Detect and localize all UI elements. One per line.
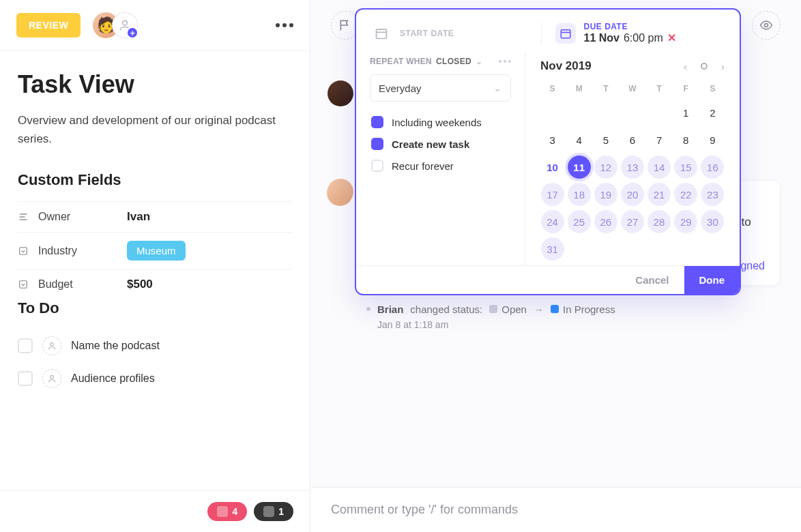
calendar-day[interactable]: 25 (568, 210, 591, 233)
industry-tag: Museum (127, 241, 186, 261)
svg-point-0 (123, 20, 128, 25)
checkbox-icon (371, 116, 383, 128)
cf-label: Owner (38, 211, 127, 223)
invision-icon (217, 506, 228, 517)
todo-text: Name the podcast (71, 340, 160, 352)
calendar-day[interactable]: 17 (541, 183, 564, 206)
status-chip-icon (551, 305, 559, 313)
cancel-button[interactable]: Cancel (620, 266, 684, 294)
svg-point-7 (50, 376, 54, 379)
calendar-day[interactable]: 28 (647, 210, 671, 233)
attachment-pill-figma[interactable]: 1 (254, 502, 293, 521)
due-date-label: DUE DATE (584, 22, 676, 31)
dropdown-icon (18, 246, 29, 256)
status-chip-icon (489, 305, 497, 313)
recur-more-button[interactable] (499, 60, 511, 63)
calendar-day[interactable]: 22 (674, 183, 697, 206)
calendar-day[interactable]: 31 (541, 237, 564, 261)
comment-input[interactable]: Comment or type '/' for commands (310, 487, 801, 532)
status-to: In Progress (563, 304, 615, 315)
calendar-day[interactable]: 29 (674, 210, 697, 233)
svg-rect-5 (20, 281, 27, 289)
calendar-day[interactable]: 14 (647, 156, 671, 179)
add-assignee-button[interactable]: + (112, 12, 138, 38)
calendar-day[interactable]: 18 (568, 183, 591, 206)
calendar-dow: T (594, 80, 617, 98)
svg-point-13 (765, 24, 768, 27)
calendar-day[interactable]: 19 (594, 183, 617, 206)
custom-field-budget[interactable]: Budget $500 (18, 269, 292, 299)
custom-field-industry[interactable]: Industry Museum (18, 232, 292, 269)
calendar-today-button[interactable] (701, 63, 708, 70)
start-date-label[interactable]: START DATE (400, 29, 454, 38)
activity-entry: Brian changed status: Open → In Progress (366, 304, 781, 315)
todo-checkbox[interactable] (18, 371, 33, 386)
checkbox-icon (371, 138, 383, 150)
calendar-day[interactable]: 30 (701, 210, 724, 233)
chevron-down-icon: ⌄ (493, 82, 502, 94)
more-menu-button[interactable] (276, 23, 293, 27)
calendar-day[interactable]: 27 (621, 210, 644, 233)
recur-option-create-task[interactable]: Create new task (370, 133, 511, 155)
calendar-day[interactable]: 11 (568, 156, 591, 179)
calendar-day[interactable]: 21 (647, 183, 671, 206)
calendar-day[interactable]: 4 (568, 128, 591, 151)
watch-button[interactable] (752, 11, 781, 40)
cf-label: Industry (38, 245, 127, 257)
calendar-day[interactable]: 16 (701, 156, 724, 179)
calendar-dow: F (674, 80, 698, 98)
calendar-day[interactable]: 15 (674, 156, 697, 179)
calendar-day[interactable]: 6 (621, 128, 644, 151)
arrow-right-icon: → (534, 304, 544, 315)
calendar-day[interactable]: 3 (541, 128, 564, 151)
custom-field-owner[interactable]: Owner Ivan (18, 201, 292, 232)
plus-icon: + (126, 27, 139, 39)
calendar-day[interactable]: 2 (701, 101, 724, 124)
cf-value: $500 (127, 278, 153, 291)
calendar-day[interactable]: 12 (594, 156, 617, 179)
custom-fields-heading: Custom Fields (18, 171, 292, 189)
calendar-day[interactable]: 1 (674, 101, 697, 124)
task-title: Task View (18, 70, 292, 99)
calendar-day[interactable]: 9 (701, 128, 724, 151)
calendar-dow: S (701, 80, 725, 98)
calendar-dow: W (620, 80, 644, 98)
calendar-day[interactable]: 10 (541, 156, 564, 179)
calendar-dow: S (540, 80, 564, 98)
recur-frequency-select[interactable]: Everyday⌄ (370, 74, 511, 102)
review-button[interactable]: REVIEW (16, 13, 81, 38)
attachment-pill-invision[interactable]: 4 (207, 502, 247, 521)
svg-rect-16 (561, 29, 570, 38)
calendar-day[interactable]: 20 (621, 183, 644, 206)
cf-value: Ivan (127, 210, 150, 224)
calendar-day[interactable]: 26 (594, 210, 617, 233)
date-picker-popover: START DATE DUE DATE 11 Nov6:00 pm✕ REPEA… (355, 8, 741, 295)
calendar-day[interactable]: 23 (701, 183, 724, 206)
recur-option-weekends[interactable]: Including weekends (370, 111, 511, 133)
clear-due-date-button[interactable]: ✕ (667, 32, 676, 44)
calendar-day[interactable]: 5 (594, 128, 617, 151)
done-button[interactable]: Done (684, 266, 740, 294)
due-date-value[interactable]: 11 Nov6:00 pm✕ (584, 31, 676, 44)
todo-assignee-placeholder[interactable] (42, 369, 61, 388)
repeat-heading[interactable]: REPEAT WHEN CLOSED ⌄ (370, 57, 511, 66)
calendar-next-button[interactable]: › (721, 61, 725, 72)
calendar-day[interactable]: 13 (621, 156, 644, 179)
calendar-prev-button[interactable]: ‹ (684, 61, 687, 72)
calendar-day[interactable]: 8 (674, 128, 697, 151)
todo-assignee-placeholder[interactable] (42, 336, 61, 355)
calendar-day[interactable]: 24 (541, 210, 564, 233)
cf-label: Budget (38, 278, 127, 291)
activity-actor: Brian (377, 304, 403, 315)
calendar-day[interactable]: 7 (647, 128, 671, 151)
recur-option-forever[interactable]: Recur forever (370, 155, 511, 177)
activity-verb: changed status: (410, 304, 482, 315)
chevron-down-icon: ⌄ (476, 57, 482, 66)
todo-item[interactable]: Name the podcast (18, 329, 292, 362)
task-description[interactable]: Overview and development of our original… (18, 111, 292, 148)
feed-avatar (327, 179, 353, 205)
calendar-month-label: Nov 2019 (540, 59, 592, 73)
todo-item[interactable]: Audience profiles (18, 362, 292, 395)
todo-checkbox[interactable] (18, 338, 33, 353)
activity-timestamp: Jan 8 at 1:18 am (377, 319, 781, 330)
